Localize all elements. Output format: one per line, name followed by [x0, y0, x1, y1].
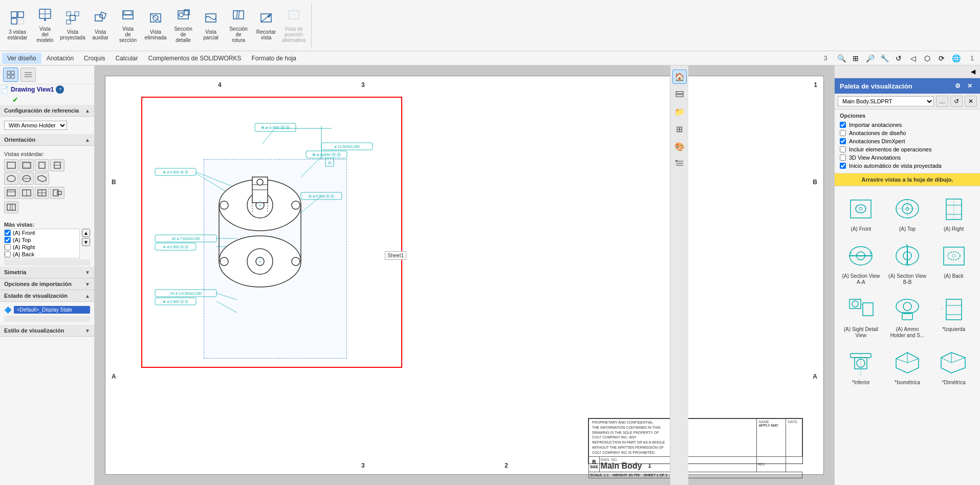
seccion-button[interactable]: AA Vista de sección: [115, 3, 141, 48]
orient-front-btn[interactable]: [4, 159, 18, 171]
menu-croquis[interactable]: Croquis: [79, 53, 110, 64]
orient-right-btn[interactable]: [50, 159, 64, 171]
mas-vistas-list[interactable]: (A) Front (A) Top (A) Right (A) Back: [4, 229, 80, 258]
recortar-button[interactable]: Recortar vista: [253, 3, 279, 48]
rp-cb-3dview-input[interactable]: [840, 155, 846, 161]
svg-rect-33: [7, 75, 10, 78]
view-card-back[interactable]: (A) Back: [932, 238, 975, 288]
estado-section-header[interactable]: Estado de visualización ▲: [0, 290, 94, 302]
view-card-section-aa[interactable]: A A (A) Section View A-A: [840, 238, 882, 288]
rp-close-icon[interactable]: ✕: [965, 81, 975, 91]
orient-btn-6[interactable]: [19, 187, 34, 199]
tool-icon[interactable]: 🔧: [878, 52, 890, 64]
checkbox-back-input[interactable]: [5, 251, 11, 257]
panel-grid-view-button[interactable]: [20, 68, 36, 82]
vista-proyectada-button[interactable]: Vista proyectada: [59, 3, 86, 48]
rp-dots-btn[interactable]: …: [936, 96, 948, 107]
view-card-sight-detail[interactable]: (A) Sight Detail View: [840, 292, 882, 341]
menu-anotacion[interactable]: Anotación: [41, 53, 79, 64]
search-icon[interactable]: 🔎: [864, 52, 876, 64]
view-card-inferior[interactable]: *Inferior: [840, 345, 882, 388]
drawing-view-box-main[interactable]: Sheet1 ⊕ ø 0.500 ⓐ ⓑ ⊕ ø 0.500 ⓐ ⓑ ø 12.…: [141, 97, 402, 368]
vista-auxiliar-button[interactable]: Vista auxiliar: [87, 3, 114, 48]
3vistas-button[interactable]: 3 vistas estándar: [4, 3, 31, 48]
view-card-front[interactable]: (A) Front: [840, 191, 882, 234]
menu-calcular[interactable]: Calcular: [110, 53, 143, 64]
mas-vistas-scroll-down[interactable]: ▼: [82, 238, 90, 246]
zoom-icon[interactable]: 🔍: [835, 52, 847, 64]
rp-cb-dimxpert-input[interactable]: [840, 138, 846, 144]
menu-ver-diseno[interactable]: Ver diseño: [2, 53, 41, 64]
vert-list-icon[interactable]: [672, 157, 687, 171]
opciones-section-header[interactable]: Opciones de importación ▼: [0, 278, 94, 290]
vert-colors-icon[interactable]: 🎨: [672, 139, 687, 153]
globe-icon[interactable]: 🌐: [950, 52, 962, 64]
vert-layout-icon[interactable]: ⊞: [672, 122, 687, 136]
drawing-view-help[interactable]: ?: [56, 85, 64, 94]
refresh-icon[interactable]: ↺: [892, 52, 905, 64]
menu-complementos[interactable]: Complementos de SOLIDWORKS: [143, 53, 246, 64]
checkbox-top-input[interactable]: [5, 237, 11, 243]
rp-cb-inicio-input[interactable]: [840, 163, 846, 169]
rp-file-select[interactable]: Main Body.SLDPRT: [838, 96, 934, 106]
orient-btn-9[interactable]: [4, 201, 18, 213]
rp-cb-importar-input[interactable]: [840, 122, 846, 128]
view-card-isometrica[interactable]: *Isométrica: [886, 345, 929, 388]
orient-left-btn[interactable]: [35, 159, 49, 171]
state-icon: 🔷: [4, 306, 12, 314]
view-card-dimetrica-label: *Dimétrica: [942, 380, 966, 386]
rp-refresh-btn[interactable]: ↺: [950, 96, 963, 107]
config-select[interactable]: With Ammo Holder: [4, 121, 67, 130]
orient-section-header[interactable]: Orientación ▲: [0, 134, 94, 146]
fit-icon[interactable]: ⊞: [850, 52, 862, 64]
checkbox-right-input[interactable]: [5, 244, 11, 250]
checkbox-front-input[interactable]: [5, 230, 11, 236]
orient-bottom-btn[interactable]: [19, 172, 34, 185]
svg-rect-40: [24, 163, 30, 167]
back-icon[interactable]: ◁: [907, 52, 919, 64]
orient-btn-7[interactable]: [35, 187, 49, 199]
vert-layers-icon[interactable]: [672, 87, 687, 101]
state-badge[interactable]: <Default>_Display State: [14, 306, 90, 314]
view-card-dimetrica[interactable]: *Dimétrica: [932, 345, 975, 388]
view-card-right[interactable]: (A) Right: [932, 191, 975, 234]
vista-alternativa-button[interactable]: Vista de posición alternativa: [280, 3, 307, 48]
estilo-section-header[interactable]: Estilo de visualización ▼: [0, 325, 94, 337]
panel-list-view-button[interactable]: [3, 68, 18, 82]
orient-btn-8[interactable]: [50, 187, 64, 199]
rp-settings-icon[interactable]: ⚙: [952, 81, 963, 91]
view-card-ammo[interactable]: (A) Ammo Holder and S...: [886, 292, 929, 341]
view-card-izquierda[interactable]: * *Izquierda: [932, 292, 975, 341]
orient-back-btn[interactable]: [19, 159, 34, 171]
view-card-top[interactable]: (A) Top: [886, 191, 929, 234]
config-section-header[interactable]: Configuración de referencia ▲: [0, 105, 94, 117]
seccion-detalle-button[interactable]: Sección de detalle: [170, 3, 197, 48]
recortar-icon: [259, 11, 273, 28]
vista-eliminada-button[interactable]: Vista eliminada: [142, 3, 169, 48]
canvas-area[interactable]: B A B A 4 3 3 2 1 1 Sheet1: [95, 65, 834, 485]
vista-modelo-button[interactable]: Vista del modelo: [32, 3, 58, 48]
vert-folder-icon[interactable]: 📁: [672, 104, 687, 119]
rp-close-btn[interactable]: ✕: [965, 96, 977, 107]
svg-text:B: B: [906, 261, 908, 265]
mas-vistas-scroll-up[interactable]: ▲: [82, 229, 90, 237]
config-row: With Ammo Holder: [4, 120, 90, 131]
rp-header-icons: ⚙ ✕: [952, 81, 975, 91]
seccion-rotura-button[interactable]: Sección de rotura: [225, 3, 252, 48]
vista-auxiliar-label: Vista auxiliar: [92, 29, 108, 40]
mas-vistas-scrollbar-h[interactable]: [4, 259, 90, 266]
orient-iso-btn[interactable]: [35, 172, 49, 185]
rp-cb-diseno-input[interactable]: [840, 130, 846, 136]
vert-home-icon[interactable]: 🏠: [672, 70, 687, 84]
view3d-icon[interactable]: ⬡: [921, 52, 933, 64]
rp-collapse-btn[interactable]: ◀: [968, 67, 978, 77]
estado-scrollbar[interactable]: [4, 316, 90, 322]
simetria-section-header[interactable]: Simetría ▼: [0, 267, 94, 278]
vista-parcial-button[interactable]: Vista parcial: [198, 3, 224, 48]
orient-btn-5[interactable]: [4, 187, 18, 199]
rp-cb-incluir-input[interactable]: [840, 146, 846, 152]
view-card-section-bb[interactable]: B B (A) Section View B-B: [886, 238, 929, 288]
orient-top-btn[interactable]: [4, 172, 18, 185]
rotate-icon[interactable]: ⟳: [935, 52, 948, 64]
menu-formato[interactable]: Formato de hoja: [247, 53, 301, 64]
